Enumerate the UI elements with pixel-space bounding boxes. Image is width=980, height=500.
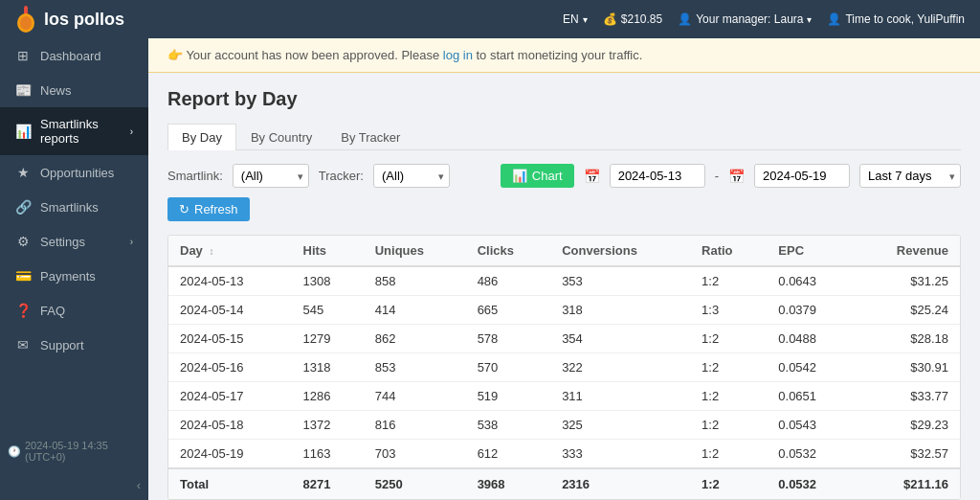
table-row: 2024-05-18 1372 816 538 325 1:2 0.0543 $… bbox=[168, 411, 960, 440]
col-day[interactable]: Day ↕ bbox=[168, 236, 292, 266]
cell-clicks: 578 bbox=[466, 325, 551, 353]
date-range-select[interactable]: Last 7 days Last 30 days This month bbox=[859, 164, 961, 188]
table-row: 2024-05-16 1318 853 570 322 1:2 0.0542 $… bbox=[168, 353, 960, 382]
table-row: 2024-05-13 1308 858 486 353 1:2 0.0643 $… bbox=[168, 266, 960, 296]
sidebar-collapse-button[interactable]: ‹ bbox=[0, 470, 148, 500]
news-icon: 📰 bbox=[15, 82, 31, 98]
settings-arrow-icon: › bbox=[130, 237, 133, 247]
total-conversions: 2316 bbox=[550, 468, 690, 499]
cell-uniques: 853 bbox=[364, 353, 466, 382]
table-total-row: Total 8271 5250 3968 2316 1:2 0.0532 $21… bbox=[168, 468, 960, 499]
cell-revenue: $33.77 bbox=[854, 382, 960, 411]
sidebar-item-label: Smartlinks reports bbox=[40, 117, 121, 146]
tracker-select[interactable]: (All) bbox=[373, 164, 450, 188]
col-epc[interactable]: EPC bbox=[767, 236, 854, 266]
cell-revenue: $31.25 bbox=[854, 266, 960, 296]
sidebar-item-opportunities[interactable]: ★ Opportunities bbox=[0, 155, 148, 190]
cell-conversions: 325 bbox=[550, 411, 690, 440]
header-right: EN ▾ 💰 $210.85 👤 Your manager: Laura ▾ 👤… bbox=[563, 12, 965, 26]
cell-hits: 1286 bbox=[292, 382, 364, 411]
sidebar-item-faq[interactable]: ❓ FAQ bbox=[0, 293, 148, 328]
sidebar-item-payments[interactable]: 💳 Payments bbox=[0, 259, 148, 293]
refresh-icon: ↻ bbox=[179, 202, 189, 216]
cell-day: 2024-05-13 bbox=[168, 266, 292, 296]
opportunities-icon: ★ bbox=[15, 165, 31, 180]
sidebar-item-label: FAQ bbox=[40, 304, 65, 318]
login-link[interactable]: log in bbox=[443, 48, 473, 62]
col-clicks[interactable]: Clicks bbox=[466, 236, 551, 266]
cell-ratio: 1:2 bbox=[690, 266, 767, 296]
sidebar-item-label: Smartlinks bbox=[40, 200, 99, 215]
cell-clicks: 538 bbox=[466, 411, 551, 440]
refresh-button[interactable]: ↻ Refresh bbox=[167, 197, 250, 221]
cell-conversions: 353 bbox=[550, 266, 690, 296]
sidebar-item-dashboard[interactable]: ⊞ Dashboard bbox=[0, 38, 148, 73]
cell-clicks: 486 bbox=[466, 266, 551, 296]
cell-revenue: $28.18 bbox=[854, 325, 960, 353]
calendar-from-icon[interactable]: 📅 bbox=[584, 169, 600, 184]
smartlink-select[interactable]: (All) bbox=[233, 164, 309, 188]
cell-ratio: 1:2 bbox=[690, 382, 767, 411]
table-header-row: Day ↕ Hits Uniques Clicks Conversions Ra… bbox=[168, 236, 960, 266]
payments-icon: 💳 bbox=[15, 268, 31, 284]
footer-timestamp: 🕐 2024-05-19 14:35 (UTC+0) bbox=[0, 432, 148, 470]
lang-selector[interactable]: EN ▾ bbox=[563, 12, 588, 26]
cell-hits: 1163 bbox=[292, 440, 364, 469]
sidebar-item-smartlinks-reports[interactable]: 📊 Smartlinks reports › bbox=[0, 107, 148, 155]
cell-revenue: $30.91 bbox=[854, 353, 960, 382]
sidebar-item-label: Support bbox=[40, 338, 84, 352]
date-from-input[interactable] bbox=[610, 164, 705, 188]
support-icon: ✉ bbox=[15, 337, 31, 352]
cell-conversions: 318 bbox=[550, 296, 690, 325]
date-to-input[interactable] bbox=[754, 164, 850, 188]
cell-uniques: 858 bbox=[364, 266, 466, 296]
sidebar-item-label: Opportunities bbox=[40, 166, 114, 180]
col-revenue[interactable]: Revenue bbox=[854, 236, 960, 266]
sidebar-item-smartlinks[interactable]: 🔗 Smartlinks bbox=[0, 190, 148, 224]
filter-bar: Smartlink: (All) Tracker: (All) 📊 Chart bbox=[167, 164, 961, 221]
col-ratio[interactable]: Ratio bbox=[690, 236, 767, 266]
smartlinks-reports-icon: 📊 bbox=[15, 124, 31, 139]
table-body: 2024-05-13 1308 858 486 353 1:2 0.0643 $… bbox=[168, 266, 960, 468]
sidebar-item-label: Payments bbox=[40, 269, 96, 284]
user-display: 👤 Time to cook, YuliPuffin bbox=[827, 12, 965, 26]
total-clicks: 3968 bbox=[466, 468, 551, 499]
report-content: Report by Day By Day By Country By Track… bbox=[148, 73, 980, 500]
cell-uniques: 703 bbox=[364, 440, 466, 469]
chart-button[interactable]: 📊 Chart bbox=[501, 164, 574, 188]
main-content: 👉 Your account has now been approved. Pl… bbox=[148, 38, 980, 500]
sidebar-item-label: Dashboard bbox=[40, 49, 101, 63]
manager-display[interactable]: 👤 Your manager: Laura ▾ bbox=[678, 12, 812, 26]
sidebar-item-settings[interactable]: ⚙ Settings › bbox=[0, 224, 148, 259]
tab-by-tracker[interactable]: By Tracker bbox=[326, 124, 414, 150]
logo-icon bbox=[15, 6, 36, 33]
total-ratio: 1:2 bbox=[690, 468, 767, 499]
cell-epc: 0.0651 bbox=[767, 382, 854, 411]
smartlinks-icon: 🔗 bbox=[15, 199, 31, 215]
col-uniques[interactable]: Uniques bbox=[364, 236, 466, 266]
cell-day: 2024-05-19 bbox=[168, 440, 292, 469]
smartlink-filter-label: Smartlink: bbox=[167, 169, 223, 183]
cell-ratio: 1:2 bbox=[690, 440, 767, 469]
report-table: Day ↕ Hits Uniques Clicks Conversions Ra… bbox=[168, 236, 960, 499]
tab-by-day[interactable]: By Day bbox=[167, 124, 236, 150]
tab-by-country[interactable]: By Country bbox=[236, 124, 326, 150]
notification-text2: to start monetizing your traffic. bbox=[476, 48, 642, 62]
manager-icon: 👤 bbox=[678, 12, 692, 26]
cell-day: 2024-05-15 bbox=[168, 325, 292, 353]
cell-epc: 0.0643 bbox=[767, 266, 854, 296]
col-hits[interactable]: Hits bbox=[292, 236, 364, 266]
cell-hits: 1318 bbox=[292, 353, 364, 382]
sidebar-item-support[interactable]: ✉ Support bbox=[0, 328, 148, 362]
cell-clicks: 570 bbox=[466, 353, 551, 382]
smartlink-select-wrap: (All) bbox=[233, 164, 309, 188]
cell-conversions: 311 bbox=[550, 382, 690, 411]
cell-epc: 0.0488 bbox=[767, 325, 854, 353]
total-day: Total bbox=[168, 468, 292, 499]
cell-uniques: 816 bbox=[364, 411, 466, 440]
sidebar: ⊞ Dashboard 📰 News 📊 Smartlinks reports … bbox=[0, 38, 148, 500]
lang-chevron-icon: ▾ bbox=[583, 14, 588, 25]
col-conversions[interactable]: Conversions bbox=[550, 236, 690, 266]
calendar-to-icon[interactable]: 📅 bbox=[728, 169, 745, 184]
sidebar-item-news[interactable]: 📰 News bbox=[0, 73, 148, 107]
